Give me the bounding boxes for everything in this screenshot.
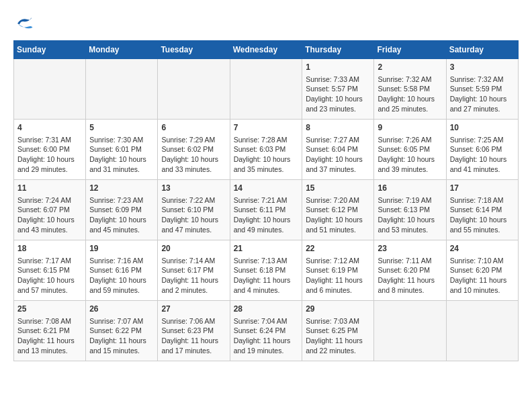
calendar-cell: 21Sunrise: 7:13 AMSunset: 6:18 PMDayligh…	[230, 240, 302, 301]
calendar-cell: 22Sunrise: 7:12 AMSunset: 6:19 PMDayligh…	[302, 240, 374, 301]
day-number: 21	[234, 243, 299, 255]
day-number: 29	[306, 304, 370, 315]
calendar-week-row: 25Sunrise: 7:08 AMSunset: 6:21 PMDayligh…	[14, 301, 519, 361]
day-number: 19	[89, 243, 154, 255]
calendar-cell: 18Sunrise: 7:17 AMSunset: 6:15 PMDayligh…	[14, 240, 86, 301]
calendar-cell: 11Sunrise: 7:24 AMSunset: 6:07 PMDayligh…	[14, 180, 86, 240]
calendar-table: SundayMondayTuesdayWednesdayThursdayFrid…	[13, 40, 519, 361]
calendar-cell: 19Sunrise: 7:16 AMSunset: 6:16 PMDayligh…	[86, 240, 158, 301]
column-header-monday: Monday	[86, 41, 158, 59]
day-number: 9	[378, 122, 442, 134]
calendar-header-row: SundayMondayTuesdayWednesdayThursdayFrid…	[14, 41, 519, 59]
day-number: 25	[17, 304, 82, 315]
day-number: 10	[450, 122, 515, 134]
day-number: 1	[306, 62, 370, 73]
day-number: 20	[161, 243, 226, 255]
day-number: 17	[450, 183, 515, 194]
calendar-cell: 25Sunrise: 7:08 AMSunset: 6:21 PMDayligh…	[14, 301, 86, 361]
day-number: 27	[161, 304, 226, 315]
calendar-week-row: 18Sunrise: 7:17 AMSunset: 6:15 PMDayligh…	[14, 240, 519, 301]
day-number: 26	[89, 304, 154, 315]
column-header-tuesday: Tuesday	[158, 41, 230, 59]
calendar-cell: 15Sunrise: 7:20 AMSunset: 6:12 PMDayligh…	[302, 180, 374, 240]
calendar-cell: 8Sunrise: 7:27 AMSunset: 6:04 PMDaylight…	[302, 120, 374, 180]
calendar-cell: 6Sunrise: 7:29 AMSunset: 6:02 PMDaylight…	[158, 120, 230, 180]
day-number: 22	[306, 243, 370, 255]
calendar-cell: 28Sunrise: 7:04 AMSunset: 6:24 PMDayligh…	[230, 301, 302, 361]
calendar-cell: 2Sunrise: 7:32 AMSunset: 5:58 PMDaylight…	[374, 59, 446, 120]
calendar-cell: 13Sunrise: 7:22 AMSunset: 6:10 PMDayligh…	[158, 180, 230, 240]
day-number: 23	[378, 243, 442, 255]
column-header-saturday: Saturday	[446, 41, 518, 59]
column-header-wednesday: Wednesday	[230, 41, 302, 59]
calendar-cell	[446, 301, 518, 361]
calendar-cell: 1Sunrise: 7:33 AMSunset: 5:57 PMDaylight…	[302, 59, 374, 120]
calendar-cell: 14Sunrise: 7:21 AMSunset: 6:11 PMDayligh…	[230, 180, 302, 240]
calendar-cell	[158, 59, 230, 120]
day-number: 2	[378, 62, 442, 73]
day-number: 8	[306, 122, 370, 134]
calendar-cell: 12Sunrise: 7:23 AMSunset: 6:09 PMDayligh…	[86, 180, 158, 240]
calendar-cell	[14, 59, 86, 120]
day-number: 24	[450, 243, 515, 255]
day-number: 16	[378, 183, 442, 194]
calendar-cell: 10Sunrise: 7:25 AMSunset: 6:06 PMDayligh…	[446, 120, 518, 180]
calendar-week-row: 4Sunrise: 7:31 AMSunset: 6:00 PMDaylight…	[14, 120, 519, 180]
calendar-week-row: 11Sunrise: 7:24 AMSunset: 6:07 PMDayligh…	[14, 180, 519, 240]
day-number: 14	[234, 183, 299, 194]
calendar-cell: 20Sunrise: 7:14 AMSunset: 6:17 PMDayligh…	[158, 240, 230, 301]
day-number: 6	[161, 122, 226, 134]
calendar-cell: 17Sunrise: 7:18 AMSunset: 6:14 PMDayligh…	[446, 180, 518, 240]
calendar-cell: 24Sunrise: 7:10 AMSunset: 6:20 PMDayligh…	[446, 240, 518, 301]
day-number: 28	[234, 304, 299, 315]
calendar-cell: 23Sunrise: 7:11 AMSunset: 6:20 PMDayligh…	[374, 240, 446, 301]
logo	[13, 13, 36, 34]
calendar-cell: 7Sunrise: 7:28 AMSunset: 6:03 PMDaylight…	[230, 120, 302, 180]
calendar-week-row: 1Sunrise: 7:33 AMSunset: 5:57 PMDaylight…	[14, 59, 519, 120]
day-number: 11	[17, 183, 82, 194]
calendar-cell: 29Sunrise: 7:03 AMSunset: 6:25 PMDayligh…	[302, 301, 374, 361]
day-number: 3	[450, 62, 515, 73]
column-header-sunday: Sunday	[14, 41, 86, 59]
calendar-cell: 16Sunrise: 7:19 AMSunset: 6:13 PMDayligh…	[374, 180, 446, 240]
calendar-cell: 3Sunrise: 7:32 AMSunset: 5:59 PMDaylight…	[446, 59, 518, 120]
day-number: 15	[306, 183, 370, 194]
calendar-cell	[86, 59, 158, 120]
calendar-cell: 4Sunrise: 7:31 AMSunset: 6:00 PMDaylight…	[14, 120, 86, 180]
day-number: 7	[234, 122, 299, 134]
page-header	[13, 13, 519, 34]
calendar-cell	[230, 59, 302, 120]
calendar-cell: 26Sunrise: 7:07 AMSunset: 6:22 PMDayligh…	[86, 301, 158, 361]
logo-icon	[13, 13, 34, 34]
calendar-cell: 9Sunrise: 7:26 AMSunset: 6:05 PMDaylight…	[374, 120, 446, 180]
column-header-thursday: Thursday	[302, 41, 374, 59]
calendar-cell	[374, 301, 446, 361]
day-number: 5	[89, 122, 154, 134]
day-number: 4	[17, 122, 82, 134]
day-number: 13	[161, 183, 226, 194]
day-number: 12	[89, 183, 154, 194]
calendar-cell: 27Sunrise: 7:06 AMSunset: 6:23 PMDayligh…	[158, 301, 230, 361]
day-number: 18	[17, 243, 82, 255]
column-header-friday: Friday	[374, 41, 446, 59]
calendar-cell: 5Sunrise: 7:30 AMSunset: 6:01 PMDaylight…	[86, 120, 158, 180]
calendar-body: 1Sunrise: 7:33 AMSunset: 5:57 PMDaylight…	[14, 59, 519, 361]
